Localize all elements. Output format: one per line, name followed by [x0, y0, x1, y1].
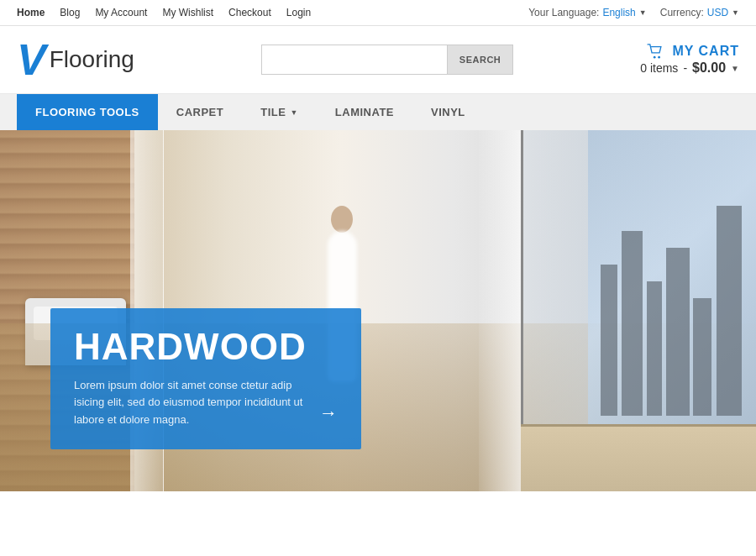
hero-info-box: HARDWOOD Lorem ipsum dolor sit amet cons… [50, 308, 361, 449]
currency-dropdown-icon[interactable]: ▼ [732, 8, 739, 17]
cart-title-text: MY CART [672, 44, 739, 59]
cart-items-count: 0 items [640, 61, 678, 75]
logo-flooring-text: Flooring [50, 46, 134, 73]
nav-link-wishlist[interactable]: My Wishlist [162, 7, 213, 18]
nav-item-flooring-tools[interactable]: FLOORING TOOLS [17, 94, 158, 130]
nav-item-vinyl-label: VINYL [431, 106, 465, 118]
nav-item-carpet-label: CARPET [176, 106, 223, 118]
site-header: V Flooring SEARCH MY CART 0 items - $0.0… [0, 26, 756, 94]
nav-link-blog[interactable]: Blog [60, 7, 80, 18]
top-navigation: Home Blog My Account My Wishlist Checkou… [0, 0, 756, 26]
nav-item-carpet[interactable]: CARPET [158, 94, 242, 130]
language-selector[interactable]: Your Language: English ▼ [528, 7, 647, 18]
language-label: Your Language: [528, 7, 599, 18]
nav-item-flooring-tools-label: FLOORING TOOLS [35, 106, 139, 118]
logo-v-letter: V [17, 38, 46, 81]
language-value[interactable]: English [602, 7, 635, 18]
svg-point-1 [659, 56, 661, 59]
nav-link-account[interactable]: My Account [95, 7, 147, 18]
hero-title: HARDWOOD [74, 328, 338, 365]
nav-item-laminate-label: LAMINATE [335, 106, 394, 118]
cart-separator: - [683, 61, 687, 75]
nav-item-vinyl[interactable]: VINYL [412, 94, 484, 130]
language-dropdown-icon[interactable]: ▼ [639, 8, 647, 17]
top-nav-links: Home Blog My Account My Wishlist Checkou… [17, 7, 311, 18]
hero-section: HARDWOOD Lorem ipsum dolor sit amet cons… [0, 130, 756, 491]
hero-description-text: Lorem ipsum dolor sit amet conse ctetur … [74, 377, 309, 429]
nav-link-home[interactable]: Home [17, 7, 45, 18]
nav-link-login[interactable]: Login [286, 7, 311, 18]
svg-point-0 [654, 56, 656, 59]
hero-window-sill [521, 424, 756, 491]
search-button[interactable]: SEARCH [447, 45, 512, 74]
hero-curtain-right [479, 130, 521, 491]
cart-dropdown-icon[interactable]: ▼ [731, 64, 739, 73]
main-navigation: FLOORING TOOLS CARPET TILE ▼ LAMINATE VI… [0, 94, 756, 130]
lang-currency-area: Your Language: English ▼ Currency: USD ▼ [528, 7, 739, 18]
top-nav-right: Your Language: English ▼ Currency: USD ▼ [528, 7, 739, 18]
site-logo[interactable]: V Flooring [17, 38, 134, 81]
search-bar[interactable]: SEARCH [261, 45, 513, 75]
cart-area[interactable]: MY CART 0 items - $0.00 ▼ [640, 44, 739, 76]
nav-item-tile-label: TILE [260, 106, 286, 118]
hero-arrow-icon[interactable]: → [319, 398, 338, 427]
hero-description-area: Lorem ipsum dolor sit amet conse ctetur … [74, 377, 338, 429]
cart-title-row[interactable]: MY CART [647, 44, 739, 59]
cart-amount: $0.00 [692, 60, 726, 76]
nav-item-laminate[interactable]: LAMINATE [317, 94, 412, 130]
search-input[interactable] [262, 45, 447, 74]
currency-selector[interactable]: Currency: USD ▼ [660, 7, 739, 18]
currency-value[interactable]: USD [707, 7, 728, 18]
hero-city-view [592, 147, 756, 416]
nav-item-tile[interactable]: TILE ▼ [242, 94, 317, 130]
cart-icon [647, 44, 665, 59]
currency-label: Currency: [660, 7, 704, 18]
tile-dropdown-icon: ▼ [290, 108, 297, 117]
cart-summary[interactable]: 0 items - $0.00 ▼ [640, 60, 739, 76]
hero-window-right [521, 130, 756, 491]
nav-link-checkout[interactable]: Checkout [228, 7, 271, 18]
hero-person-head [331, 206, 353, 233]
